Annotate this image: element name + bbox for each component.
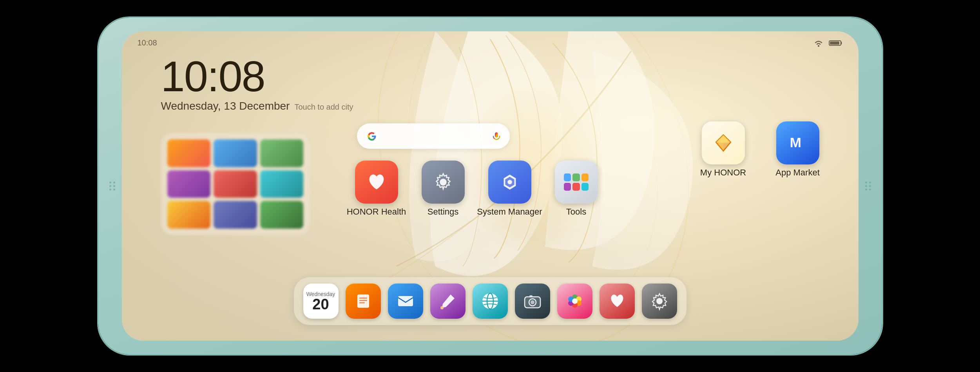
tablet-shell: 10:08: [98, 18, 882, 354]
app-market[interactable]: M App Market: [768, 121, 827, 178]
honor-health-label: HONOR Health: [347, 207, 406, 217]
dock-photos[interactable]: [557, 284, 592, 319]
photos-icon: [557, 284, 592, 319]
tools-icon: [555, 161, 598, 204]
google-icon: [365, 129, 379, 143]
dock-mail[interactable]: [388, 284, 423, 319]
tablet-wrapper: 10:08: [59, 10, 921, 362]
my-honor-label: My HONOR: [700, 168, 746, 178]
system-manager-label: System Manager: [477, 207, 542, 217]
mic-icon: [491, 131, 502, 142]
tools-label: Tools: [566, 207, 586, 217]
svg-rect-21: [359, 302, 365, 303]
battery-icon: [829, 40, 843, 47]
app-settings[interactable]: Settings: [416, 161, 471, 217]
svg-rect-19: [359, 298, 367, 299]
speaker-left: [109, 182, 115, 191]
paint-icon: [430, 284, 466, 319]
svg-point-30: [531, 300, 534, 304]
camera-icon: [515, 284, 550, 319]
svg-rect-31: [529, 295, 533, 297]
app-honor-health[interactable]: HONOR Health: [349, 161, 404, 217]
cal-day: 20: [312, 297, 329, 312]
app-my-honor[interactable]: My HONOR: [694, 121, 753, 178]
dock-paint[interactable]: [430, 284, 466, 319]
dock-camera[interactable]: [515, 284, 550, 319]
app-tools[interactable]: Tools: [549, 161, 604, 217]
svg-point-4: [818, 45, 819, 47]
clock-date: Wednesday, 13 December: [161, 100, 290, 112]
settings-label: Settings: [428, 207, 459, 217]
dock: Wednesday 20: [294, 277, 687, 325]
svg-rect-8: [495, 132, 498, 137]
status-time: 10:08: [138, 38, 157, 47]
browser-icon: [473, 284, 508, 319]
settings-icon: [422, 161, 465, 204]
dock-settings[interactable]: [642, 284, 677, 319]
dock-browser[interactable]: [473, 284, 508, 319]
calendar-icon: Wednesday 20: [303, 284, 339, 319]
screen: 10:08: [122, 31, 859, 341]
dock-pages[interactable]: [346, 284, 381, 319]
svg-point-38: [572, 298, 578, 304]
svg-text:M: M: [790, 135, 801, 150]
app-system-manager[interactable]: System Manager: [482, 161, 537, 217]
dock-health[interactable]: [600, 284, 635, 319]
svg-point-39: [656, 298, 663, 304]
status-bar: 10:08: [138, 38, 843, 47]
speaker-right: [865, 182, 871, 191]
pages-icon: [346, 284, 381, 319]
svg-rect-20: [359, 300, 367, 301]
clock-time: 10:08: [161, 55, 353, 98]
svg-marker-14: [716, 135, 730, 143]
app-market-label: App Market: [775, 168, 820, 178]
my-honor-icon: [702, 121, 745, 164]
app-market-icon: M: [776, 121, 819, 164]
mail-icon: [388, 284, 423, 319]
clock-city: Touch to add city: [294, 103, 353, 112]
clock-area: 10:08 Wednesday, 13 December Touch to ad…: [161, 55, 353, 112]
svg-rect-22: [398, 296, 413, 306]
system-manager-icon: [488, 161, 531, 204]
svg-point-23: [440, 306, 444, 309]
status-icons: [813, 39, 843, 47]
folder-widget[interactable]: [161, 133, 310, 235]
svg-rect-6: [830, 42, 839, 45]
search-bar[interactable]: [357, 123, 510, 149]
svg-point-11: [507, 180, 512, 184]
svg-rect-18: [357, 294, 369, 308]
wifi-icon: [813, 39, 824, 47]
dock-calendar[interactable]: Wednesday 20: [303, 284, 339, 319]
right-apps: My HONOR M App Market: [694, 121, 827, 178]
honor-health-icon: [355, 161, 398, 204]
settings-dock-icon: [642, 284, 677, 319]
svg-point-10: [440, 179, 446, 185]
health-dock-icon: [600, 284, 635, 319]
